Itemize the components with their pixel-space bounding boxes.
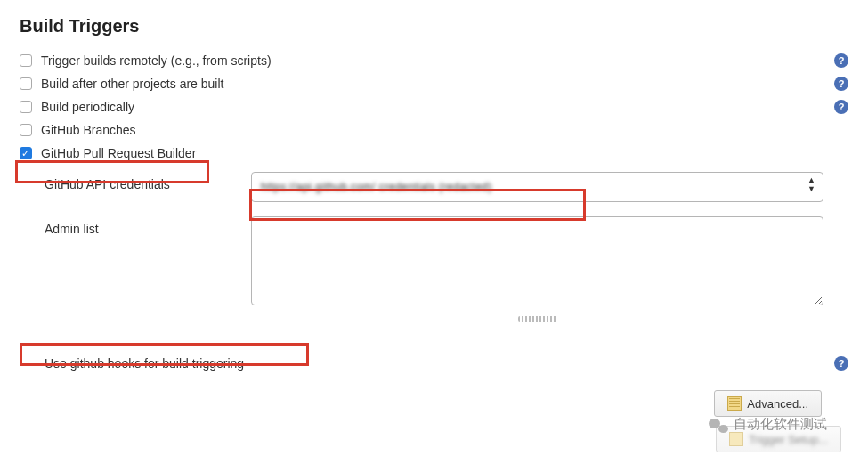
advanced-button[interactable]: Advanced... — [714, 390, 822, 417]
trigger-remote-label[interactable]: Trigger builds remotely (e.g., from scri… — [41, 53, 272, 68]
notepad-icon — [729, 432, 743, 446]
trigger-gh-branches-checkbox[interactable] — [20, 124, 32, 136]
trigger-remote-checkbox[interactable] — [20, 54, 32, 67]
trigger-row-remote: Trigger builds remotely (e.g., from scri… — [20, 49, 848, 72]
api-credentials-control: https://api.github.com/ credentials (red… — [251, 172, 823, 202]
trigger-gh-pr-builder-label[interactable]: GitHub Pull Request Builder — [41, 146, 196, 160]
help-icon[interactable]: ? — [834, 77, 848, 91]
trigger-after-other-label[interactable]: Build after other projects are built — [41, 77, 223, 91]
help-icon[interactable]: ? — [834, 100, 848, 114]
trigger-row-gh-pr-builder: GitHub Pull Request Builder — [20, 142, 848, 165]
trigger-gh-pr-builder-checkbox[interactable] — [20, 147, 32, 159]
button-row: Advanced... — [20, 390, 848, 417]
trigger-after-other-checkbox[interactable] — [20, 77, 32, 90]
admin-list-textarea[interactable] — [251, 216, 823, 305]
admin-list-label: Admin list — [45, 216, 251, 236]
help-icon[interactable]: ? — [834, 356, 848, 370]
section-title: Build Triggers — [20, 16, 848, 37]
admin-list-field: Admin list — [20, 209, 848, 331]
build-triggers-section: Build Triggers Trigger builds remotely (… — [0, 0, 868, 433]
api-credentials-value: https://api.github.com/ credentials (red… — [261, 181, 492, 193]
api-credentials-field: GitHub API credentials https://api.githu… — [20, 165, 848, 209]
select-caret-icon: ▲▼ — [807, 176, 815, 193]
github-hooks-row: Use github hooks for build triggering ? — [20, 349, 848, 378]
trigger-periodic-label[interactable]: Build periodically — [41, 100, 134, 114]
api-credentials-label: GitHub API credentials — [45, 172, 251, 191]
secondary-obscured-button[interactable]: Trigger Setup... — [716, 426, 841, 452]
trigger-periodic-checkbox[interactable] — [20, 101, 32, 113]
api-credentials-select[interactable]: https://api.github.com/ credentials (red… — [251, 172, 823, 202]
trigger-row-periodic: Build periodically ? — [20, 95, 848, 118]
secondary-button-label: Trigger Setup... — [749, 433, 828, 446]
github-hooks-label[interactable]: Use github hooks for build triggering — [45, 356, 244, 370]
help-icon[interactable]: ? — [834, 53, 848, 68]
trigger-row-gh-branches: GitHub Branches — [20, 118, 848, 142]
notepad-icon — [727, 396, 742, 411]
resize-grip-icon[interactable] — [251, 310, 823, 324]
trigger-row-after-other: Build after other projects are built ? — [20, 72, 848, 95]
trigger-gh-branches-label[interactable]: GitHub Branches — [41, 123, 136, 137]
admin-list-control — [251, 216, 823, 324]
advanced-button-label: Advanced... — [747, 397, 808, 411]
